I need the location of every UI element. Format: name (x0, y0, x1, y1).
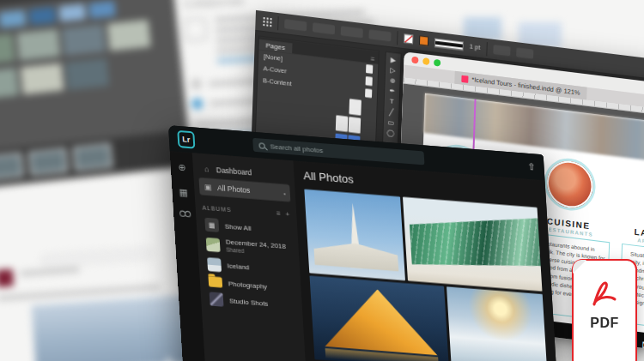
thumbnail (62, 24, 106, 56)
spread-thumbnail[interactable] (336, 115, 361, 134)
album-shared-label: Shared (226, 247, 244, 255)
line-tool[interactable]: ╱ (389, 109, 393, 117)
photo-church[interactable] (304, 190, 404, 281)
thumbnail (65, 58, 109, 90)
thumbnail (16, 29, 60, 61)
add-album-icon[interactable]: + (285, 210, 289, 218)
grid-icon: ▦ (204, 218, 219, 232)
swatch (88, 1, 116, 19)
frame-tool[interactable]: ▭ (388, 119, 395, 127)
background-dark-app-panel (0, 0, 192, 188)
minimize-button[interactable] (422, 57, 429, 65)
height-field[interactable] (368, 29, 391, 41)
album-thumbnail (206, 238, 221, 252)
swatch (58, 3, 86, 21)
swatch (0, 10, 26, 28)
share-icon[interactable]: ⇧ (527, 160, 536, 172)
album-thumbnail (210, 292, 224, 306)
indesign-file-icon (461, 75, 468, 82)
album-thumbnail (207, 257, 222, 272)
add-photos-icon[interactable]: ⊕ (178, 162, 186, 174)
selection-tool[interactable]: ▶ (391, 57, 396, 65)
zoom-button[interactable] (434, 58, 440, 66)
fill-none-swatch[interactable] (404, 33, 413, 44)
photo-grid (304, 190, 552, 361)
master-page-icon (365, 88, 372, 98)
stroke-weight-value[interactable]: 1 pt (470, 43, 481, 52)
stock-logo (0, 269, 14, 287)
master-page-icon (366, 76, 373, 86)
thumbnail (0, 33, 15, 65)
home-icon: ⌂ (203, 165, 212, 174)
ellipse-tool[interactable]: ◯ (386, 129, 394, 137)
search-input[interactable] (270, 142, 398, 160)
circle-photo-food[interactable] (544, 155, 597, 214)
lightroom-sidebar: ⌂ Dashboard ▣ All Photos • ALBUMS ≡ + ▦ (192, 153, 307, 361)
background-search-pill (41, 247, 154, 267)
master-page-icon (366, 64, 373, 74)
direct-selection-tool[interactable]: ▷ (390, 68, 395, 75)
card-icon (184, 18, 207, 41)
photo-golden-pyramid[interactable] (310, 275, 450, 361)
spread-thumbnail[interactable] (349, 99, 361, 116)
status-dot: • (283, 189, 286, 196)
thumbnail (21, 63, 64, 95)
page-tool[interactable]: ⊕ (390, 78, 396, 86)
folder-icon (208, 276, 222, 287)
type-tool[interactable]: T (390, 99, 394, 106)
thumbnail (28, 148, 69, 176)
thumbnail (0, 153, 24, 180)
lightroom-window: Lr ⇧ ⊕ ▦ ⌂ Dashboard ▣ All Photos (168, 125, 559, 361)
adobe-pdf-icon (588, 280, 621, 309)
folded-corner (573, 260, 586, 274)
sort-albums-icon[interactable]: ≡ (276, 209, 281, 217)
lightroom-main: All Photos (293, 161, 559, 361)
pen-tool[interactable]: ✒ (389, 88, 395, 96)
search-icon (258, 142, 264, 149)
photos-icon: ▣ (204, 182, 213, 191)
avatar (191, 78, 203, 90)
x-position-field[interactable] (284, 19, 307, 31)
thumbnail (73, 143, 113, 171)
thumbnail (0, 68, 19, 99)
marketing-composite: Collaborate (0, 0, 644, 361)
albums-label: ALBUMS (202, 204, 231, 213)
swatch (29, 7, 57, 25)
background-mountain-photo (32, 294, 195, 361)
sharing-icon[interactable] (179, 210, 191, 220)
toolbar-field[interactable] (516, 47, 533, 58)
width-field[interactable] (341, 26, 363, 38)
y-position-field[interactable] (313, 22, 335, 34)
thumbnail (107, 20, 151, 51)
pdf-badge: PDF (572, 259, 637, 361)
my-photos-icon[interactable]: ▦ (179, 186, 188, 198)
toolbar-field[interactable] (493, 45, 510, 56)
stroke-color-swatch[interactable] (419, 35, 428, 45)
panel-menu-icon[interactable]: ≡ (371, 56, 379, 64)
close-button[interactable] (411, 56, 418, 63)
photo-snowy-sunset[interactable] (447, 286, 547, 361)
photo-green-glass-building[interactable] (403, 197, 543, 292)
stroke-style-dropdown[interactable] (434, 38, 464, 50)
pdf-label: PDF (590, 316, 619, 331)
avatar (191, 98, 204, 110)
reference-point-icon[interactable] (262, 16, 271, 27)
lightroom-logo: Lr (177, 130, 195, 149)
